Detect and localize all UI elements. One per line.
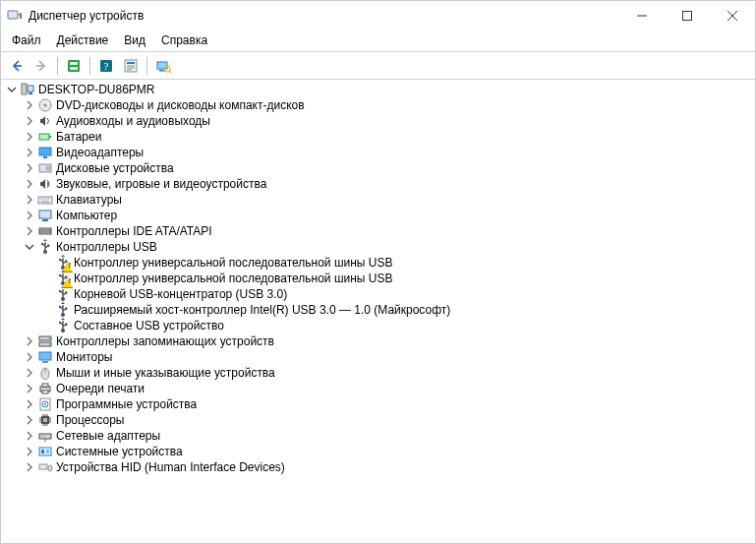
twisty-closed[interactable]	[23, 177, 36, 191]
svg-rect-5	[70, 67, 78, 70]
close-button[interactable]	[710, 1, 755, 30]
twisty-closed[interactable]	[23, 334, 36, 348]
sound-icon	[37, 176, 53, 192]
separator	[1, 51, 755, 52]
tree-category-row[interactable]: Процессоры	[23, 412, 755, 428]
tree-category-row[interactable]: Батареи	[23, 129, 755, 145]
tree-category: Дисковые устройства	[23, 160, 755, 176]
twisty-closed[interactable]	[23, 98, 36, 112]
tree-category-row[interactable]: DVD-дисководы и дисководы компакт-дисков	[23, 97, 755, 113]
tree-device-row[interactable]: Расширяемый хост-контроллер Intel(R) USB…	[40, 302, 755, 318]
tree-category-row[interactable]: Компьютер	[23, 208, 755, 223]
twisty-closed[interactable]	[23, 460, 36, 474]
menu-help[interactable]: Справка	[154, 32, 214, 48]
minimize-button[interactable]	[619, 1, 665, 30]
svg-point-35	[59, 274, 61, 276]
svg-rect-60	[43, 418, 47, 422]
toolbar-scan-button[interactable]	[151, 55, 175, 77]
tree-category-row[interactable]: Программные устройства	[23, 396, 755, 412]
tree-root-label: DESKTOP-DU86PMR	[38, 82, 154, 97]
tree-category-row[interactable]: Дисковые устройства	[23, 160, 755, 176]
twisty-closed[interactable]	[23, 445, 36, 458]
tree-category-label: Контроллеры IDE ATA/ATAPI	[56, 223, 212, 239]
tree-category-row[interactable]: Звуковые, игровые и видеоустройства	[23, 176, 755, 192]
menubar: Файл Действие Вид Справка	[1, 30, 755, 50]
twisty-closed[interactable]	[23, 130, 36, 144]
twisty-open[interactable]	[23, 240, 36, 254]
twisty-closed[interactable]	[23, 382, 36, 395]
twisty-closed[interactable]	[23, 397, 36, 411]
twisty-closed[interactable]	[23, 224, 36, 238]
system-icon	[37, 444, 53, 459]
tree-category-row[interactable]: Видеоадаптеры	[23, 145, 755, 160]
tree-category-row[interactable]: Сетевые адаптеры	[23, 428, 755, 444]
toolbar-help-button[interactable]: ?	[94, 55, 118, 77]
svg-rect-19	[49, 136, 51, 138]
twisty-open[interactable]	[5, 83, 19, 96]
tree-category-row[interactable]: Системные устройства	[23, 444, 755, 459]
svg-rect-24	[38, 197, 52, 204]
usb-icon	[55, 302, 71, 318]
twisty-closed[interactable]	[23, 413, 36, 427]
twisty-closed[interactable]	[23, 146, 36, 159]
tree-category-label: Батареи	[56, 129, 101, 145]
svg-rect-2	[683, 12, 692, 21]
tree-device-row[interactable]: Контроллер универсальной последовательно…	[40, 255, 755, 271]
pc-icon	[20, 82, 35, 97]
svg-rect-39	[65, 292, 67, 294]
twisty-closed[interactable]	[23, 366, 36, 380]
tree-category-label: Мониторы	[56, 349, 112, 365]
twisty-closed[interactable]	[23, 350, 36, 364]
tree-category-row[interactable]: Очереди печати	[23, 381, 755, 396]
twisty-closed[interactable]	[23, 161, 36, 175]
twisty-closed[interactable]	[23, 429, 36, 443]
menu-file[interactable]: Файл	[5, 32, 48, 48]
disc-icon	[37, 97, 53, 113]
tree-category-row[interactable]: Аудиовходы и аудиовыходы	[23, 113, 755, 129]
tree-category-label: Сетевые адаптеры	[56, 428, 160, 444]
tree-category: Программные устройства	[23, 396, 755, 412]
toolbar-properties-button[interactable]	[119, 55, 143, 77]
tree-category-row[interactable]: Клавиатуры	[23, 192, 755, 208]
svg-point-38	[59, 290, 61, 292]
tree-category-label: Дисковые устройства	[56, 160, 174, 176]
tree-category-row[interactable]: Устройства HID (Human Interface Devices)	[23, 459, 755, 475]
device-tree[interactable]: DESKTOP-DU86PMR DVD-дисководы и дисковод…	[1, 79, 755, 543]
toolbar-show-hidden-button[interactable]	[62, 55, 86, 77]
network-icon	[37, 428, 53, 444]
toolbar-forward-button[interactable]	[29, 55, 53, 77]
tree-device-label: Расширяемый хост-контроллер Intel(R) USB…	[74, 302, 450, 318]
tree-device-row[interactable]: Контроллер универсальной последовательно…	[40, 271, 755, 286]
toolbar-back-button[interactable]	[5, 55, 29, 77]
tree-category: Очереди печати	[23, 381, 755, 396]
maximize-button[interactable]	[665, 1, 710, 30]
svg-rect-67	[39, 464, 47, 469]
tree-device-row[interactable]: Составное USB устройство	[40, 318, 755, 333]
tree-category-row[interactable]: Контроллеры IDE ATA/ATAPI	[23, 223, 755, 239]
svg-point-58	[44, 403, 46, 405]
tree-category-row[interactable]: Контроллеры запоминающих устройств	[23, 333, 755, 349]
menu-action[interactable]: Действие	[50, 32, 116, 48]
tree-category-row[interactable]: Контроллеры USB	[23, 239, 755, 255]
svg-text:?: ?	[104, 60, 109, 72]
tree-category: Батареи	[23, 129, 755, 145]
software-icon	[37, 396, 53, 412]
twisty-closed[interactable]	[23, 114, 36, 128]
svg-rect-21	[43, 156, 47, 158]
tree-device-label: Составное USB устройство	[74, 318, 224, 333]
twisty-closed[interactable]	[23, 193, 36, 207]
tree-root: DESKTOP-DU86PMR DVD-дисководы и дисковод…	[5, 82, 755, 475]
tree-category-row[interactable]: Мыши и иные указывающие устройства	[23, 365, 755, 381]
toolbar-separator	[89, 57, 90, 75]
tree-category-row[interactable]: Мониторы	[23, 349, 755, 365]
tree-device-row[interactable]: Корневой USB-концентратор (USB 3.0)	[40, 286, 755, 302]
tree-category-label: Видеоадаптеры	[56, 145, 144, 160]
monitor-icon	[37, 349, 53, 365]
tree-root-row[interactable]: DESKTOP-DU86PMR	[5, 82, 755, 97]
menu-view[interactable]: Вид	[117, 32, 152, 48]
tree-category: Аудиовходы и аудиовыходы	[23, 113, 755, 129]
svg-rect-9	[127, 62, 135, 64]
twisty-closed[interactable]	[23, 209, 36, 222]
toolbar: ?	[1, 53, 755, 79]
svg-rect-26	[42, 219, 48, 221]
